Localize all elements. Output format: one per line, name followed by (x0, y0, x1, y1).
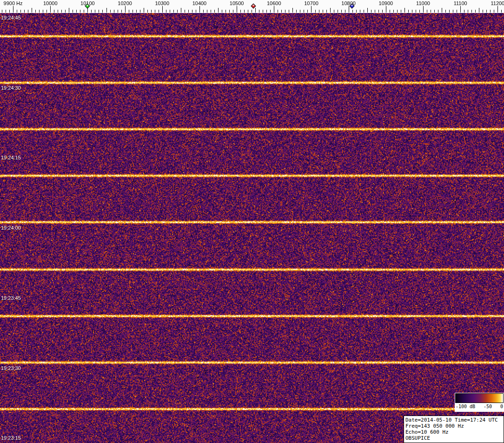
freq-tick-label: 11000 (416, 0, 430, 6)
time-tick-label: 19:24:45 (1, 15, 21, 20)
info-echo: Echo=10 600 Hz (405, 429, 502, 435)
time-tick-label: 19:23:30 (1, 365, 21, 371)
freq-tick-label: 10600 (267, 0, 281, 6)
frequency-axis: 9900 Hz100001010010200103001040010500106… (0, 0, 504, 13)
time-tick-label: 19:23:15 (1, 435, 21, 441)
freq-tick-label: 11100 (454, 0, 467, 6)
freq-tick-label: 10300 (155, 0, 169, 6)
spectrogram-app: 9900 Hz100001010010200103001040010500106… (0, 0, 504, 443)
time-tick-label: 19:23:45 (1, 295, 21, 301)
freq-tick-label: 10900 (379, 0, 393, 6)
freq-tick-label: 11200 (491, 0, 504, 6)
legend-mid-label: -50 (484, 404, 492, 409)
freq-tick-label: 9900 Hz (4, 0, 23, 6)
info-date-time: Date=2014-05-10 Time=17:24 UTC (405, 417, 502, 423)
legend-max-label: 0 (500, 404, 503, 409)
freq-tick-label: 10400 (192, 0, 207, 6)
freq-tick-label: 10200 (118, 0, 132, 6)
color-scale-gradient (455, 393, 504, 403)
waterfall-area: 19:24:4519:24:3019:24:1519:24:0019:23:45… (0, 13, 504, 443)
spectrogram-waterfall (0, 13, 504, 443)
time-tick-label: 19:24:30 (1, 85, 21, 91)
info-station: OBSUPICE (405, 435, 502, 441)
freq-tick-label: 10500 (230, 0, 244, 6)
color-scale-labels: -100 dB -50 0 (455, 403, 504, 409)
legend-min-label: -100 dB (456, 404, 475, 409)
color-scale-legend: -100 dB -50 0 (455, 393, 504, 412)
time-tick-label: 19:24:15 (1, 155, 21, 160)
time-tick-label: 19:24:00 (1, 225, 21, 231)
freq-tick-label: 10000 (43, 0, 58, 6)
freq-tick-label: 10700 (304, 0, 318, 6)
info-box: Date=2014-05-10 Time=17:24 UTC Freq=143 … (404, 416, 504, 443)
info-frequency: Freq=143 050 000 Hz (405, 423, 502, 429)
